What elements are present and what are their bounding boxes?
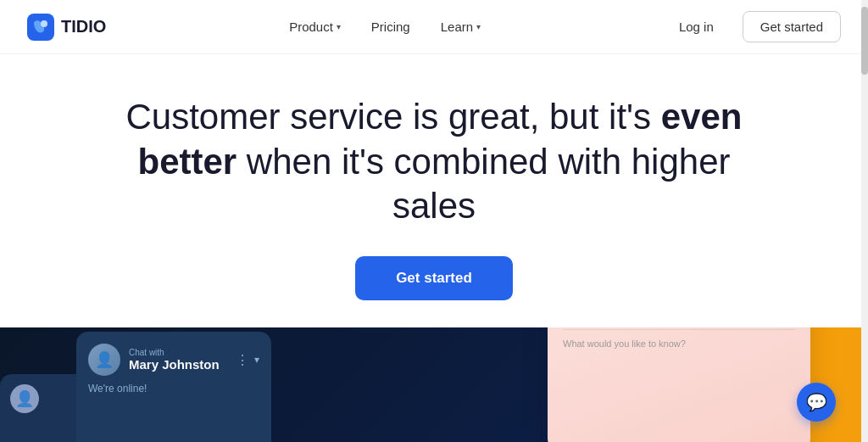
svg-point-1: [41, 20, 47, 27]
logo[interactable]: TIDIO: [27, 14, 106, 41]
navbar-actions: Log in Get started: [664, 11, 841, 42]
brand-name: TIDIO: [61, 17, 106, 36]
chat-card-mary: 👤 Chat with Mary Johnston ⋮ ▾ We're onli…: [76, 332, 271, 442]
avatar-mary: 👤: [88, 344, 120, 376]
hero-section: Customer service is great, but it's even…: [0, 54, 868, 327]
chat-icons-mary: ⋮ ▾: [236, 352, 259, 368]
person-icon-small: 👤: [15, 389, 34, 408]
online-status-mary: We're online!: [88, 383, 259, 394]
get-started-nav-button[interactable]: Get started: [743, 11, 841, 42]
login-button[interactable]: Log in: [664, 13, 729, 41]
avatar-small: 👤: [10, 384, 39, 413]
nav-learn[interactable]: Learn ▾: [429, 13, 492, 41]
dots-icon-mary[interactable]: ⋮: [236, 352, 249, 368]
person-icon-mary: 👤: [95, 350, 114, 369]
chat-header-mary: 👤 Chat with Mary Johnston ⋮ ▾: [88, 344, 259, 376]
chat-input-hint[interactable]: What would you like to know?: [563, 329, 795, 349]
get-started-hero-button[interactable]: Get started: [355, 256, 513, 300]
tidio-logo-icon: [27, 14, 54, 41]
nav-pricing[interactable]: Pricing: [359, 13, 422, 41]
nav-product[interactable]: Product ▾: [277, 13, 353, 41]
navbar-nav: Product ▾ Pricing Learn ▾: [277, 13, 492, 41]
chat-bubble-icon: 💬: [806, 392, 827, 412]
chat-circle-button[interactable]: 💬: [797, 383, 836, 422]
chat-meta-mary: Chat with Mary Johnston: [129, 348, 227, 372]
product-chevron-icon: ▾: [337, 22, 341, 31]
navbar: TIDIO Product ▾ Pricing Learn ▾ Log in G…: [0, 0, 868, 54]
learn-chevron-icon: ▾: [476, 22, 481, 31]
scrollbar[interactable]: [861, 0, 868, 442]
hero-title: Customer service is great, but it's even…: [103, 95, 765, 229]
scrollbar-thumb[interactable]: [861, 7, 868, 75]
chevron-down-icon-mary[interactable]: ▾: [254, 354, 259, 366]
